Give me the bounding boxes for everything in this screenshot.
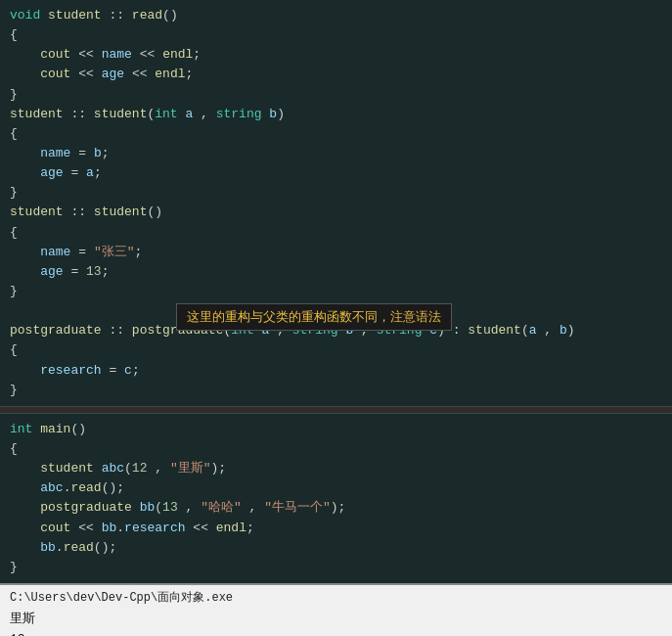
- code-line-5: }: [10, 85, 662, 105]
- code-line-7: {: [10, 124, 662, 144]
- code-line-11: student :: student(): [10, 203, 662, 222]
- code-bottom-line-4: abc.read();: [10, 478, 662, 498]
- terminal-line-2: 12: [10, 630, 662, 636]
- code-bottom-line-2: {: [10, 439, 662, 459]
- tooltip: 这里的重构与父类的重构函数不同，注意语法: [176, 303, 452, 331]
- section-divider: [0, 406, 672, 414]
- code-bottom-section: int main() { student abc(12 , "里斯"); abc…: [0, 414, 672, 583]
- code-line-14: age = 13;: [10, 262, 662, 282]
- code-line-15: }: [10, 282, 662, 301]
- code-line-8: name = b;: [10, 144, 662, 163]
- code-top-section: void student :: read() { cout << name <<…: [0, 0, 672, 406]
- code-line-1: void student :: read(): [10, 6, 662, 25]
- code-line-13: name = "张三";: [10, 243, 662, 262]
- terminal-output: 里斯 12 牛马一个 哈哈 13: [10, 610, 662, 636]
- code-line-12: {: [10, 223, 662, 243]
- code-line-19: research = c;: [10, 361, 662, 381]
- code-line-20: }: [10, 381, 662, 400]
- code-line-9: age = a;: [10, 163, 662, 183]
- code-bottom-line-5: postgraduate bb(13 , "哈哈" , "牛马一个");: [10, 498, 662, 518]
- code-bottom-line-1: int main(): [10, 420, 662, 439]
- terminal-line-1: 里斯: [10, 610, 662, 630]
- code-line-18: {: [10, 341, 662, 360]
- code-line-2: {: [10, 25, 662, 45]
- terminal-title: C:\Users\dev\Dev-Cpp\面向对象.exe: [10, 589, 662, 606]
- code-line-10: }: [10, 183, 662, 203]
- code-bottom-line-7: bb.read();: [10, 538, 662, 558]
- code-bottom-line-3: student abc(12 , "里斯");: [10, 459, 662, 478]
- code-line-3: cout << name << endl;: [10, 45, 662, 65]
- code-bottom-line-8: }: [10, 558, 662, 577]
- code-line-4: cout << age << endl;: [10, 65, 662, 84]
- terminal-section: C:\Users\dev\Dev-Cpp\面向对象.exe 里斯 12 牛马一个…: [0, 583, 672, 636]
- code-bottom-line-6: cout << bb.research << endl;: [10, 519, 662, 538]
- code-line-6: student :: student(int a , string b): [10, 105, 662, 124]
